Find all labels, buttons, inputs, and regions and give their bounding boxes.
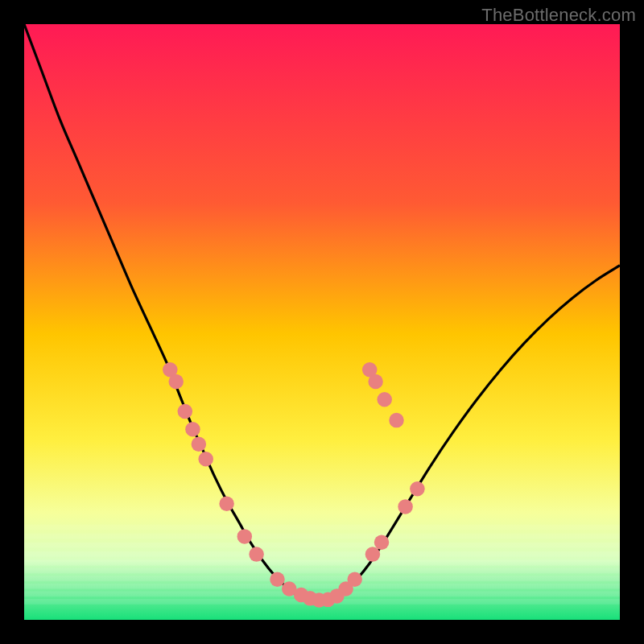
curve-marker	[374, 535, 390, 551]
curve-marker	[168, 374, 184, 390]
curve-marker	[365, 547, 381, 562]
band-line	[24, 560, 620, 566]
chart-frame: TheBottleneck.com	[0, 0, 644, 644]
curve-marker	[377, 392, 392, 407]
band-line	[24, 543, 620, 548]
band-line	[24, 551, 620, 557]
curve-marker	[410, 481, 425, 497]
band-line	[24, 525, 620, 530]
curve-marker	[249, 547, 264, 562]
plot-area	[24, 24, 620, 620]
curve-marker	[398, 499, 412, 514]
curve-marker	[389, 413, 404, 428]
curve-marker	[237, 529, 253, 544]
gradient-background	[24, 24, 620, 620]
curve-marker	[192, 436, 207, 452]
chart-svg	[24, 24, 620, 620]
curve-marker	[198, 452, 213, 467]
curve-marker	[219, 496, 234, 511]
curve-marker	[178, 404, 193, 419]
bottom-band-group	[24, 525, 620, 605]
curve-marker	[270, 572, 285, 587]
curve-marker	[347, 572, 362, 587]
band-line	[24, 576, 620, 581]
band-line	[24, 584, 620, 589]
curve-marker	[185, 422, 200, 437]
curve-marker	[368, 374, 383, 390]
band-line	[24, 568, 620, 574]
band-line	[24, 534, 620, 539]
watermark-text: TheBottleneck.com	[481, 5, 636, 26]
